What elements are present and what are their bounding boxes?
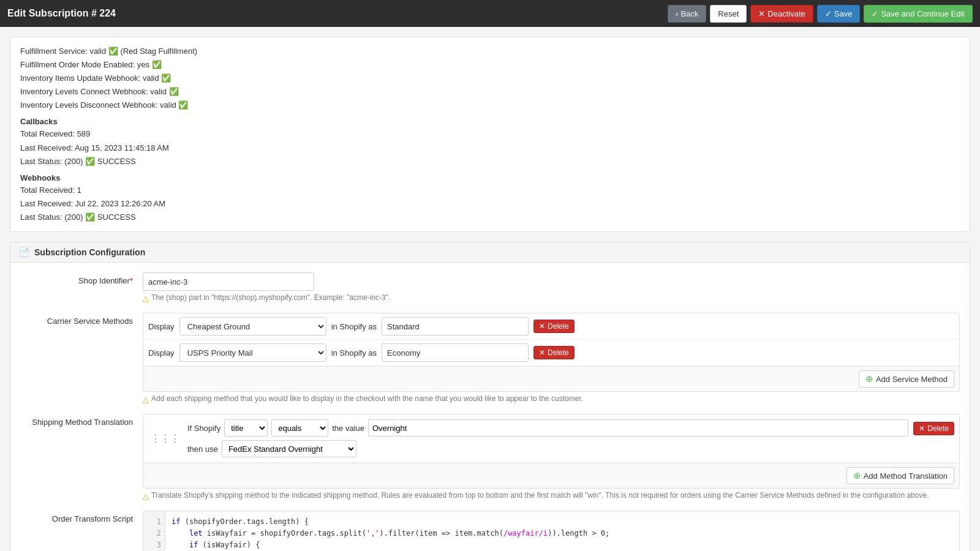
- shipping-translation-row: Shipping Method Translation ⋮⋮⋮ If Shopi…: [20, 414, 960, 501]
- delete-method-button-1[interactable]: ✕ Delete: [533, 320, 575, 333]
- inventory-items-line: Inventory Items Update Webhook: valid ✅: [20, 72, 960, 85]
- display-label-1: Display: [148, 322, 175, 331]
- shopify-label-1: in Shopify as: [331, 322, 377, 331]
- line-num-2: 2: [147, 528, 161, 539]
- the-value-input[interactable]: [368, 419, 908, 437]
- translation-rule-content: If Shopify title carrier code equals con…: [187, 419, 908, 457]
- line-num-1: 1: [147, 516, 161, 528]
- x-icon-trans: ✕: [919, 424, 925, 433]
- required-marker: *: [130, 276, 133, 285]
- carrier-methods-box: Display Cheapest Ground USPS Priority Ma…: [143, 313, 960, 392]
- check-circle-icon: ✓: [872, 9, 878, 18]
- use-select[interactable]: FedEx Standard Overnight FedEx 2Day USPS…: [222, 440, 356, 457]
- the-value-label: the value: [332, 424, 364, 433]
- webhooks-header: Webhooks: [20, 173, 960, 182]
- panel-icon: 📄: [19, 247, 29, 257]
- condition-select[interactable]: equals contains starts with ends with: [271, 419, 328, 437]
- subscription-config-panel: 📄 Subscription Configuration Shop Identi…: [10, 242, 970, 551]
- callbacks-header: Callbacks: [20, 117, 960, 126]
- x-icon: ✕: [758, 9, 765, 18]
- panel-heading: 📄 Subscription Configuration: [10, 242, 970, 263]
- carrier-help: △ Add each shipping method that you woul…: [143, 394, 960, 404]
- field-select[interactable]: title carrier code: [224, 419, 268, 437]
- check-icon: ✓: [825, 9, 832, 18]
- code-editor: 1 2 3 4 5 if (shopifyOrder.tags.length) …: [143, 511, 960, 551]
- deactivate-button[interactable]: ✕ Deactivate: [750, 5, 813, 23]
- carrier-service-methods-row: Carrier Service Methods Display Cheapest…: [20, 313, 960, 404]
- save-button[interactable]: ✓ Save: [817, 5, 861, 23]
- delete-translation-button-1[interactable]: ✕ Delete: [913, 422, 954, 435]
- translation-box: ⋮⋮⋮ If Shopify title carrier code: [143, 414, 960, 489]
- display-select-2[interactable]: Cheapest Ground USPS Priority Mail FedEx…: [179, 343, 326, 362]
- inventory-levels-connect-line: Inventory Levels Connect Webhook: valid …: [20, 85, 960, 99]
- inventory-levels-disconnect-line: Inventory Levels Disconnect Webhook: val…: [20, 99, 960, 112]
- code-editor-inner: 1 2 3 4 5 if (shopifyOrder.tags.length) …: [143, 511, 959, 551]
- plus-circle-icon-2: ⊕: [853, 470, 861, 481]
- top-bar-actions: ‹ Back Reset ✕ Deactivate ✓ Save ✓ Save …: [668, 5, 973, 23]
- page-title: Edit Subscription # 224: [7, 8, 116, 19]
- shipping-translation-label: Shipping Method Translation: [20, 414, 143, 501]
- translation-rule-1: ⋮⋮⋮ If Shopify title carrier code: [143, 414, 959, 463]
- line-num-3: 3: [147, 539, 161, 551]
- callbacks-last-received-line: Last Received: Aug 15, 2023 11:45:18 AM: [20, 141, 960, 155]
- shop-identifier-label: Shop Identifier*: [20, 272, 143, 303]
- translation-help: △ Translate Shopify's shipping method to…: [143, 491, 960, 501]
- warning-icon-carrier: △: [143, 395, 149, 404]
- shop-identifier-input[interactable]: [143, 272, 314, 291]
- x-icon-2: ✕: [539, 348, 545, 357]
- rule-bottom-row: then use FedEx Standard Overnight FedEx …: [187, 440, 908, 457]
- panel-body: Shop Identifier* △ The (shop) part in "h…: [10, 263, 970, 551]
- then-use-label: then use: [187, 444, 218, 454]
- shop-identifier-wrap: △ The (shop) part in "https://(shop).mys…: [143, 272, 960, 303]
- carrier-service-methods-label: Carrier Service Methods: [20, 313, 143, 404]
- shopify-value-input-1[interactable]: [382, 317, 529, 335]
- order-transform-wrap: 1 2 3 4 5 if (shopifyOrder.tags.length) …: [143, 511, 960, 551]
- carrier-service-methods-wrap: Display Cheapest Ground USPS Priority Ma…: [143, 313, 960, 404]
- top-bar: Edit Subscription # 224 ‹ Back Reset ✕ D…: [0, 0, 980, 27]
- if-shopify-label: If Shopify: [187, 424, 221, 433]
- shop-identifier-row: Shop Identifier* △ The (shop) part in "h…: [20, 272, 960, 303]
- order-transform-row: Order Transform Script 1 2 3 4 5 i: [20, 511, 960, 551]
- code-content[interactable]: if (shopifyOrder.tags.length) { let isWa…: [165, 511, 959, 551]
- webhooks-last-received-line: Last Received: Jul 22, 2023 12:26:20 AM: [20, 197, 960, 211]
- back-chevron-icon: ‹: [676, 9, 678, 18]
- callbacks-total-line: Total Received: 589: [20, 127, 960, 141]
- warning-icon: △: [143, 294, 149, 303]
- add-service-method-row: ⊕ Add Service Method: [143, 366, 959, 391]
- add-translation-row: ⊕ Add Method Translation: [143, 463, 959, 488]
- delete-method-button-2[interactable]: ✕ Delete: [533, 346, 575, 359]
- shipping-translation-wrap: ⋮⋮⋮ If Shopify title carrier code: [143, 414, 960, 501]
- add-method-translation-button[interactable]: ⊕ Add Method Translation: [846, 467, 954, 484]
- plus-circle-icon: ⊕: [865, 373, 873, 384]
- page-content: Fulfillment Service: valid ✅ (Red Stag F…: [0, 27, 980, 551]
- x-icon-1: ✕: [539, 322, 545, 331]
- carrier-method-row-2: Display Cheapest Ground USPS Priority Ma…: [143, 340, 959, 366]
- translation-rule-actions: ✕ Delete: [913, 419, 954, 457]
- order-transform-label: Order Transform Script: [20, 511, 143, 551]
- shopify-label-2: in Shopify as: [331, 348, 377, 358]
- add-service-method-button[interactable]: ⊕ Add Service Method: [859, 370, 954, 388]
- webhooks-last-status-line: Last Status: (200) ✅ SUCCESS: [20, 211, 960, 224]
- display-label-2: Display: [148, 348, 175, 358]
- line-numbers: 1 2 3 4 5: [143, 511, 165, 551]
- warning-icon-trans: △: [143, 492, 149, 501]
- shopify-value-input-2[interactable]: [382, 343, 529, 362]
- info-section: Fulfillment Service: valid ✅ (Red Stag F…: [10, 37, 970, 232]
- display-select-1[interactable]: Cheapest Ground USPS Priority Mail FedEx…: [179, 317, 326, 335]
- back-button[interactable]: ‹ Back: [668, 5, 706, 23]
- shop-identifier-help: △ The (shop) part in "https://(shop).mys…: [143, 293, 960, 303]
- drag-handle[interactable]: ⋮⋮⋮: [148, 419, 183, 457]
- fulfillment-order-mode-line: Fulfillment Order Mode Enabled: yes ✅: [20, 58, 960, 72]
- rule-top-row: If Shopify title carrier code equals con…: [187, 419, 908, 437]
- reset-button[interactable]: Reset: [710, 5, 747, 23]
- save-continue-button[interactable]: ✓ Save and Continue Edit: [864, 5, 973, 23]
- carrier-method-row: Display Cheapest Ground USPS Priority Ma…: [143, 313, 959, 340]
- fulfillment-service-line: Fulfillment Service: valid ✅ (Red Stag F…: [20, 45, 960, 58]
- webhooks-total-line: Total Received: 1: [20, 184, 960, 197]
- callbacks-last-status-line: Last Status: (200) ✅ SUCCESS: [20, 155, 960, 168]
